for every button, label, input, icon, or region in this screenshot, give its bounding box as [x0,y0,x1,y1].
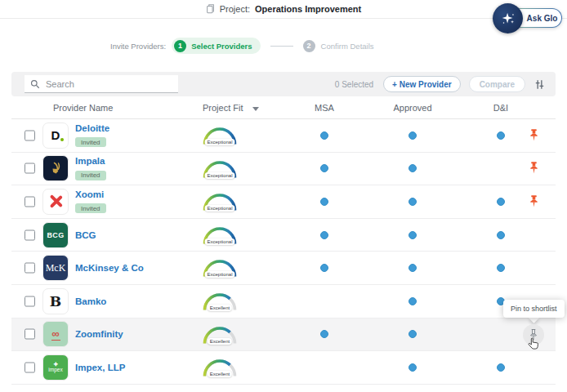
col-dei: D&I [493,103,508,113]
dei-indicator [497,231,505,239]
new-provider-button[interactable]: + New Provider [383,76,461,92]
provider-name-link[interactable]: Bamko [75,296,106,306]
pinned-pin-icon[interactable] [529,162,540,175]
provider-logo [42,155,69,181]
col-approved: Approved [393,103,431,113]
compare-button[interactable]: Compare [469,76,525,92]
table-row[interactable]: ✚impexImpex, LLPExcellent [11,351,556,385]
provider-name-link[interactable]: Xoomi [75,189,106,199]
row-checkbox[interactable] [25,229,35,240]
step2-number: 2 [303,40,315,52]
step-select-providers[interactable]: 1 Select Providers [172,38,260,54]
stepper: Invite Providers: 1 Select Providers 2 C… [110,38,374,54]
provider-logo: B [42,288,69,314]
stepper-divider [270,46,293,47]
project-title: Operations Improvement [255,4,361,14]
table-header: Provider Name Project Fit MSA Approved D… [11,99,556,119]
provider-name-link[interactable]: McKinsey & Co [75,263,144,273]
approved-indicator [409,198,417,206]
table-row[interactable]: XoomiInvitedExceptional [11,185,556,219]
project-fit-gauge: Excellent [201,323,239,345]
step2-label: Confirm Details [321,42,374,51]
app-header: Project: Operations Improvement [0,0,567,19]
row-checkbox[interactable] [25,263,35,274]
provider-logo [42,189,69,215]
table-row[interactable]: McKMcKinsey & CoExceptional [11,252,556,285]
table-body: DDeloitteInvitedExceptionalImpalaInvited… [11,119,556,385]
table-row[interactable]: ∞ZoomfinityExcellent [11,318,556,352]
row-checkbox[interactable] [25,130,35,140]
approved-indicator [409,264,417,272]
col-msa: MSA [315,103,334,113]
dei-indicator [497,264,505,272]
approved-indicator [409,164,417,172]
step1-label: Select Providers [191,42,252,51]
row-checkbox[interactable] [25,296,35,306]
provider-logo: ∞ [42,321,69,347]
approved-indicator [409,363,417,372]
selected-count: 0 Selected [335,80,373,89]
toolbar: 0 Selected + New Provider Compare [11,72,556,96]
filter-sliders-icon[interactable] [534,78,546,91]
providers-table: Provider Name Project Fit MSA Approved D… [11,99,556,385]
dei-indicator [497,131,505,140]
provider-name-link[interactable]: Impex, LLP [75,363,125,372]
pin-tooltip: Pin to shortlist [503,300,565,318]
row-checkbox[interactable] [25,362,35,372]
provider-name-link[interactable]: Zoomfinity [75,329,123,339]
provider-name-link[interactable]: Impala [75,156,106,166]
invited-badge: Invited [75,137,106,147]
ask-glo-label: Ask Glo [527,14,558,23]
invited-badge: Invited [75,203,106,213]
provider-logo: D [42,122,69,149]
msa-indicator [320,198,328,206]
pinned-pin-icon[interactable] [529,195,540,208]
row-checkbox[interactable] [25,196,35,207]
provider-name-link[interactable]: Deloitte [75,123,109,133]
provider-logo: ✚impex [42,354,69,381]
stepper-label: Invite Providers: [110,42,166,51]
msa-indicator [320,231,328,239]
approved-indicator [409,297,417,305]
approved-indicator [409,131,417,140]
pinned-pin-icon[interactable] [529,129,540,142]
search-input[interactable] [46,79,168,89]
project-doc-icon [206,4,215,14]
approved-indicator [409,231,417,239]
project-fit-gauge: Exceptional [201,190,239,212]
dei-indicator [497,198,505,206]
dei-indicator [497,363,505,372]
mouse-cursor [527,337,539,354]
msa-indicator [320,264,328,272]
table-row[interactable]: BCGBCGExceptional [11,219,556,252]
project-fit-gauge: Exceptional [201,256,239,278]
msa-indicator [320,164,328,172]
row-checkbox[interactable] [25,329,35,340]
table-row[interactable]: DDeloitteInvitedExceptional [11,119,556,153]
project-fit-gauge: Excellent [201,290,239,312]
project-fit-gauge: Exceptional [201,224,239,246]
table-row[interactable]: ImpalaInvitedExceptional [11,153,556,186]
provider-name-link[interactable]: BCG [75,230,96,240]
project-fit-gauge: Exceptional [201,124,239,146]
table-row[interactable]: BBamkoExcellent [11,285,556,318]
approved-indicator [409,330,417,338]
search-icon [30,79,40,89]
col-provider-name: Provider Name [53,103,113,113]
project-fit-gauge: Exceptional [201,158,239,180]
step-confirm-details[interactable]: 2 Confirm Details [303,40,374,52]
project-fit-gauge: Excellent [201,356,239,378]
msa-indicator [320,131,328,140]
provider-logo: BCG [42,222,69,248]
row-checkbox[interactable] [25,163,35,174]
provider-logo: McK [42,255,69,281]
project-label: Project: [220,4,250,14]
ask-glo-icon[interactable] [493,3,523,33]
search-box[interactable] [25,75,178,93]
invited-badge: Invited [75,171,106,180]
step1-number: 1 [174,40,186,52]
col-project-fit[interactable]: Project Fit [203,103,259,113]
msa-indicator [320,330,328,338]
